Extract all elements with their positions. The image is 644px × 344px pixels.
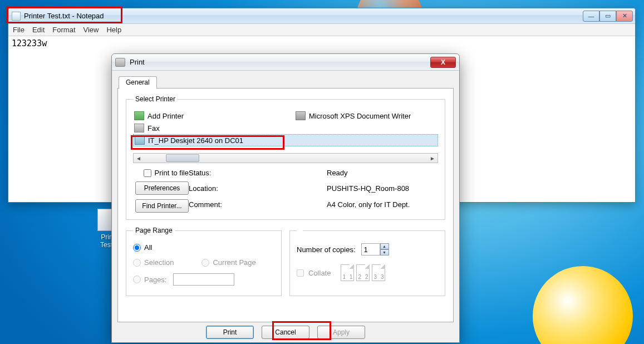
notepad-titlebar[interactable]: Printer Test.txt - Notepad — ▭ ✕ [8,8,635,24]
spin-up-icon[interactable]: ▲ [380,243,389,249]
comment-value: A4 Color, only for IT Dept. [327,200,438,213]
select-printer-group: Select Printer Add Printer Fax IT_HP Des… [126,95,445,220]
range-selection-radio [133,259,141,267]
add-printer-icon [134,111,144,120]
printer-fax[interactable]: Fax [133,122,438,134]
location-label: Location: [189,184,327,196]
copies-group: . Number of copies: ▲▼ Collate 11 [289,227,445,296]
status-label: Status: [189,169,327,181]
range-all[interactable]: All [133,243,274,252]
menu-file[interactable]: File [13,26,24,34]
print-dialog-titlebar[interactable]: Print X [112,54,459,71]
print-dialog: Print X General Select Printer Add Print… [111,53,460,343]
menu-format[interactable]: Format [52,26,75,34]
range-pages-radio [133,276,141,283]
page-range-group: Page Range All Selection Current Page Pa… [126,227,282,296]
minimize-button[interactable]: — [583,11,599,22]
page-range-legend: Page Range [133,227,175,234]
select-printer-legend: Select Printer [133,95,178,103]
range-current-radio [201,259,209,267]
notepad-menubar: File Edit Format View Help [8,24,635,36]
scroll-thumb[interactable] [166,154,199,162]
printer-xps[interactable]: Microsoft XPS Document Writer [294,110,412,122]
printer-icon [115,58,125,67]
spin-down-icon[interactable]: ▼ [380,249,389,255]
close-button[interactable]: ✕ [616,11,633,22]
cancel-button[interactable]: Cancel [262,326,309,339]
range-pages: Pages: [133,273,274,286]
printer-selected[interactable]: IT_HP Deskjet 2640 on DC01 [133,134,438,146]
status-value: Ready [327,169,438,181]
copies-label: Number of copies: [297,245,356,254]
menu-edit[interactable]: Edit [32,26,45,34]
range-pages-input [173,273,234,286]
preferences-button[interactable]: Preferences [135,181,189,195]
notepad-icon [12,12,21,21]
scroll-right-icon[interactable]: ► [427,154,437,163]
decor-orb [533,266,633,344]
collate-preview-icon: 11 22 33 [341,264,385,281]
network-printer-icon [135,136,145,145]
print-dialog-title: Print [130,58,145,66]
maximize-button[interactable]: ▭ [599,11,616,22]
tab-panel-general: Select Printer Add Printer Fax IT_HP Des… [117,89,454,322]
print-to-file-checkbox[interactable]: Print to file [144,169,189,177]
comment-label: Comment: [189,200,327,213]
collate-label: Collate [308,269,331,277]
copies-spinner[interactable]: ▲▼ [361,243,389,255]
tab-strip: General [117,75,454,89]
range-current: Current Page [201,258,255,267]
find-printer-button[interactable]: Find Printer... [135,199,189,213]
menu-help[interactable]: Help [106,26,121,34]
dialog-button-row: Print Cancel Apply [117,322,454,339]
printer-list-scrollbar[interactable]: ◄ ► [133,153,438,163]
apply-button: Apply [317,326,365,339]
location-value: PUSHITS-HQ_Room-808 [327,184,438,196]
notepad-title: Printer Test.txt - Notepad [24,12,104,20]
fax-icon [134,124,144,132]
xps-icon [296,111,306,120]
range-all-radio[interactable] [133,244,141,252]
menu-view[interactable]: View [83,26,99,34]
copies-input[interactable] [361,243,380,255]
print-to-file-input[interactable] [144,169,151,177]
range-selection: Selection [133,258,174,267]
collate-checkbox [297,269,304,277]
print-button[interactable]: Print [206,326,254,339]
printer-list[interactable]: Add Printer Fax IT_HP Deskjet 2640 on DC… [133,109,438,152]
tab-general[interactable]: General [119,76,157,89]
dialog-close-button[interactable]: X [430,57,456,68]
scroll-left-icon[interactable]: ◄ [134,154,144,163]
